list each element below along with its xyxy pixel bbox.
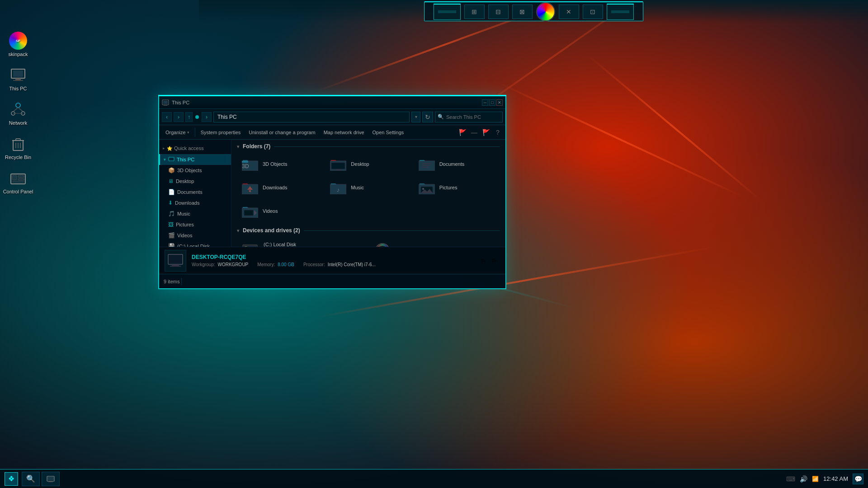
drive-item-c[interactable]: ⊞ (C:) Local Disk 28.5 GB free of 49.4 G…: [237, 237, 368, 247]
organize-chevron: ▾: [187, 130, 189, 135]
taskbar-explorer-button[interactable]: [42, 472, 60, 486]
topbar-btn-4[interactable]: ✕: [559, 5, 579, 19]
folder-documents-icon: [418, 156, 436, 172]
sidebar-this-pc[interactable]: ▾ This PC: [159, 154, 231, 165]
folder-item-documents[interactable]: Documents: [414, 153, 500, 175]
sidebar-item-pictures[interactable]: 🖼 Pictures: [159, 219, 231, 230]
sidebar-item-videos[interactable]: 🎬 Videos: [159, 230, 231, 241]
up-button[interactable]: ↑: [185, 112, 193, 122]
sidebar-videos-label: Videos: [177, 233, 192, 238]
svg-rect-35: [422, 163, 431, 164]
folder-item-music[interactable]: ♪ Music: [325, 177, 411, 198]
sidebar-localdisk-label: (C:) Local Disk: [177, 244, 210, 247]
svg-rect-37: [422, 167, 429, 168]
maximize-button[interactable]: □: [489, 99, 495, 106]
window-content: ▸ ⭐ Quick access ▾ This PC 📦 3D Objects: [159, 140, 505, 247]
folder-item-videos[interactable]: Videos: [237, 200, 323, 222]
top-decorative-bar: ⊞ ⊟ ⊠ ✕ ⊡: [199, 0, 868, 23]
folder-item-3dobjects[interactable]: 3D 3D Objects: [237, 153, 323, 175]
window-statusbar: 9 items: [159, 274, 505, 288]
address-field[interactable]: This PC: [213, 112, 410, 122]
help-button[interactable]: ?: [493, 127, 503, 137]
svg-rect-17: [12, 175, 17, 180]
folders-header-line: [274, 146, 500, 147]
svg-rect-3: [13, 80, 23, 81]
this-pc-label: This PC: [9, 86, 27, 91]
organize-button[interactable]: Organize ▾: [162, 127, 193, 138]
minimize-button[interactable]: ─: [482, 99, 488, 106]
desktop-icon-this-pc[interactable]: This PC: [2, 66, 34, 91]
search-wrapper: 🔍: [435, 112, 503, 122]
desktop-icon-skinpack[interactable]: SP skinpack: [2, 32, 34, 57]
toolbar-right: 🚩 — 🚩 ?: [458, 127, 503, 137]
uninstall-button[interactable]: Uninstall or change a program: [245, 127, 319, 138]
taskbar-search-button[interactable]: 🔍: [22, 472, 40, 486]
status-flag-1: 🏳: [480, 258, 489, 264]
svg-rect-66: [48, 481, 53, 482]
address-dot: [195, 115, 199, 119]
refresh-button[interactable]: ↻: [422, 112, 433, 122]
forward-button[interactable]: ›: [174, 112, 184, 122]
breadcrumb-prev[interactable]: ›: [202, 112, 212, 122]
drive-item-d[interactable]: (D:) CD Drive: [369, 237, 500, 247]
sidebar-downloads-icon: ⬇: [168, 200, 173, 206]
sidebar-item-downloads[interactable]: ⬇ Downloads: [159, 197, 231, 208]
sidebar-item-local-disk[interactable]: 💾 (C:) Local Disk: [159, 241, 231, 247]
back-button[interactable]: ‹: [162, 112, 172, 122]
sidebar-item-3dobjects[interactable]: 📦 3D Objects: [159, 165, 231, 176]
notification-button[interactable]: 💬: [853, 474, 863, 484]
svg-rect-1: [13, 70, 23, 77]
info-workgroup-label: Workgroup:: [192, 262, 215, 267]
drives-grid: ⊞ (C:) Local Disk 28.5 GB free of 49.4 G…: [237, 237, 500, 247]
window-toolbar: Organize ▾ System properties Uninstall o…: [159, 125, 505, 140]
folder-item-pictures[interactable]: Pictures: [414, 177, 500, 198]
topbar-btn-2[interactable]: ⊟: [488, 5, 509, 19]
desktop-icon-control-panel[interactable]: Control Panel: [2, 169, 34, 194]
sidebar-quick-access[interactable]: ▸ ⭐ Quick access: [159, 142, 231, 154]
sidebar-desktop-icon: 🖥: [168, 178, 174, 184]
sidebar-pictures-icon: 🖼: [168, 221, 174, 228]
address-dropdown[interactable]: ▾: [411, 112, 420, 122]
sidebar-item-documents[interactable]: 📄 Documents: [159, 187, 231, 197]
desktop-icon-recycle-bin[interactable]: Recycle Bin: [2, 135, 34, 160]
desktop-icon-network[interactable]: Network: [2, 100, 34, 126]
topbar-btn-3[interactable]: ⊠: [512, 5, 533, 19]
window-infopanel: DESKTOP-RCQE7QE Workgroup: WORKGROUP Mem…: [159, 247, 505, 274]
folder-item-downloads[interactable]: Downloads: [237, 177, 323, 198]
toolbar-sep-1: [195, 128, 195, 137]
svg-rect-62: [172, 264, 179, 266]
topbar-color-wheel: [536, 2, 555, 21]
map-drive-button[interactable]: Map network drive: [320, 127, 368, 138]
system-properties-button[interactable]: System properties: [197, 127, 245, 138]
svg-rect-18: [18, 175, 24, 178]
this-pc-sidebar-label: This PC: [177, 157, 194, 162]
network-label: Network: [9, 120, 27, 126]
start-button[interactable]: ❖: [5, 472, 18, 486]
sidebar-item-desktop[interactable]: 🖥 Desktop: [159, 176, 231, 187]
sidebar-item-music[interactable]: 🎵 Music: [159, 208, 231, 219]
info-memory: Memory: 8.00 GB: [257, 262, 294, 267]
svg-rect-22: [163, 101, 168, 104]
folder-documents-name: Documents: [439, 161, 465, 167]
window-addressbar: ‹ › ↑ › This PC ▾ ↻ 🔍: [159, 109, 505, 125]
topbar-btn-1[interactable]: ⊞: [464, 5, 485, 19]
folder-item-desktop[interactable]: Desktop: [325, 153, 411, 175]
folder-music-icon: ♪: [329, 180, 347, 195]
info-computer-name: DESKTOP-RCQE7QE: [192, 254, 376, 260]
network-icon: [9, 100, 27, 118]
taskbar-apps: 🔍: [22, 472, 60, 486]
recycle-bin-label: Recycle Bin: [5, 155, 31, 160]
svg-rect-26: [170, 161, 173, 162]
flag-icon-1: 🚩: [458, 127, 467, 137]
explorer-title-icon: [162, 99, 169, 106]
svg-point-4: [16, 103, 20, 108]
close-button[interactable]: ✕: [496, 99, 503, 106]
item-count: 9 items: [164, 279, 179, 284]
window-controls: ─ □ ✕: [482, 99, 503, 106]
this-pc-expand-chevron: ▾: [164, 157, 166, 162]
topbar-btn-5[interactable]: ⊡: [583, 5, 603, 19]
taskbar-tray-icon-1: ⌨: [786, 475, 795, 483]
search-input[interactable]: [435, 112, 503, 122]
folder-3dobjects-icon: 3D: [241, 156, 259, 172]
open-settings-button[interactable]: Open Settings: [369, 127, 408, 138]
